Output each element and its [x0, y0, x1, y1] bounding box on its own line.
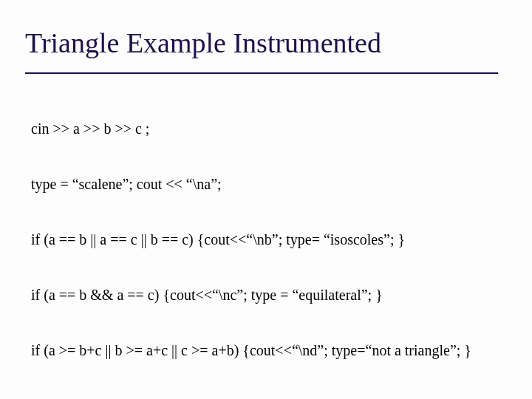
- code-line: if (a == b && a == c) {cout<<“\nc”; type…: [31, 286, 498, 304]
- code-line: if (a == b || a == c || b == c) {cout<<“…: [31, 231, 498, 249]
- title-underline: [25, 72, 498, 74]
- slide: Triangle Example Instrumented cin >> a >…: [0, 0, 532, 399]
- code-line: type = “scalene”; cout << “\na”;: [31, 175, 498, 194]
- code-line: cin >> a >> b >> c ;: [31, 120, 498, 138]
- slide-title: Triangle Example Instrumented: [25, 27, 507, 59]
- code-line: if (a >= b+c || b >= a+c || c >= a+b) {c…: [31, 341, 498, 360]
- code-block: cin >> a >> b >> c ; type = “scalene”; c…: [25, 83, 498, 399]
